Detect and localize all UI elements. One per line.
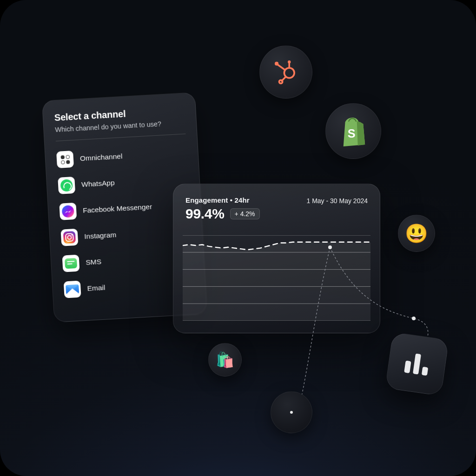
bar-chart-tile [385,332,449,396]
channel-item-messenger[interactable]: Facebook Messenger [59,196,190,220]
channel-item-instagram[interactable]: Instagram [60,222,192,246]
engagement-delta-badge: + 4.2% [230,208,260,219]
connector-node-bubble [271,391,312,433]
whatsapp-icon [58,177,75,194]
shopify-icon: S [325,103,381,159]
sms-icon [62,255,80,272]
engagement-chart [183,235,370,321]
channel-item-omnichannel[interactable]: Omnichannel [56,144,187,168]
channel-label: WhatsApp [81,178,115,189]
svg-point-10 [288,60,291,63]
omnichannel-icon [56,151,74,168]
channel-label: Instagram [84,231,117,241]
channel-label: Omnichannel [79,152,122,163]
dot-icon [290,411,293,414]
stage: Select a channel Which channel do you wa… [0,0,476,476]
engagement-period: 1 May - 30 May 2024 [306,197,368,205]
svg-point-14 [279,80,283,83]
hubspot-icon [259,46,312,99]
messenger-icon [59,203,77,220]
email-icon [64,281,81,298]
channel-label: Email [87,284,106,293]
shopping-bags-icon: 🛍️ [208,343,242,377]
bar-chart-icon [404,352,430,376]
svg-point-12 [275,62,278,66]
divider [56,133,186,141]
svg-text:S: S [348,127,356,140]
channel-item-whatsapp[interactable]: WhatsApp [58,170,189,194]
engagement-card: Engagement • 24hr 99.4% + 4.2% 1 May - 3… [173,184,380,333]
svg-line-11 [278,65,285,70]
smiley-emoji-icon: 😃 [398,215,435,252]
channel-label: Facebook Messenger [83,203,152,215]
engagement-value: 99.4% [185,206,225,222]
instagram-icon [60,229,78,246]
channel-label: SMS [86,258,102,267]
svg-point-7 [412,317,416,320]
engagement-metric-label: Engagement • 24hr [185,196,260,204]
